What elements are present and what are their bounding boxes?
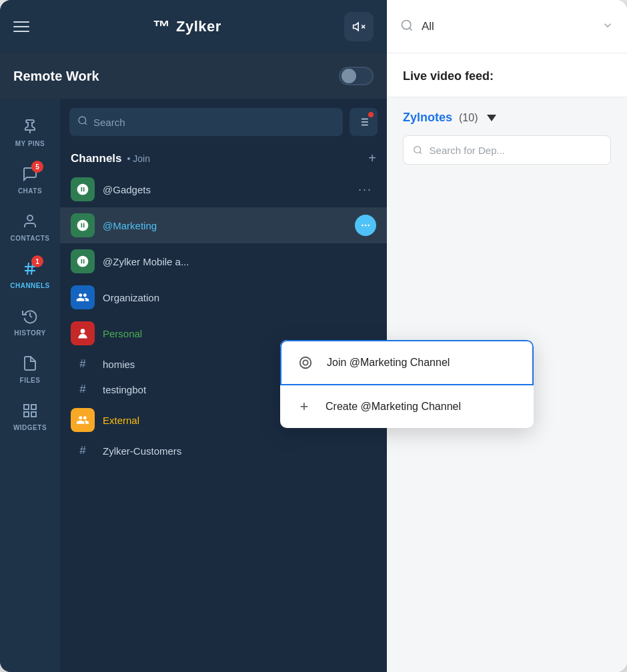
zylker-customers-name: Zylker-Customers (103, 445, 376, 457)
channels-section-header: Channels • Join + (60, 143, 387, 171)
dept-search-icon (413, 145, 423, 155)
svg-point-23 (365, 225, 367, 227)
contacts-icon (19, 211, 41, 232)
sidebar-label-widgets: WIDGETS (13, 424, 47, 431)
channel-item-zylker-customers[interactable]: # Zylker-Customers (60, 438, 387, 463)
pin-icon (19, 116, 41, 137)
sidebar-item-channels[interactable]: 1 CHANNELS (3, 251, 57, 296)
sidebar-label-contacts: CONTACTS (11, 235, 50, 242)
live-video-section: Live video feed: (387, 53, 627, 97)
filter-button[interactable] (350, 108, 378, 136)
right-panel: All Live video feed: Zylnotes (10) (387, 0, 627, 672)
left-panel: ™ Zylker Remote Work (0, 0, 387, 672)
top-nav: ™ Zylker (0, 0, 387, 53)
sidebar-item-contacts[interactable]: CONTACTS (3, 204, 57, 249)
svg-line-15 (85, 123, 87, 125)
svg-point-30 (303, 360, 307, 365)
logo-area: ™ Zylker (152, 17, 221, 37)
external-avatar (71, 408, 95, 432)
channels-title: Channels (71, 152, 122, 165)
gadgets-more[interactable]: ··· (354, 181, 376, 198)
channel-item-organization[interactable]: Organization (60, 279, 387, 315)
svg-point-22 (362, 225, 364, 227)
svg-point-25 (81, 329, 85, 333)
svg-rect-12 (24, 412, 29, 417)
sidebar-label-files: FILES (20, 377, 41, 384)
search-icon (77, 115, 88, 129)
svg-line-29 (420, 152, 422, 154)
filter-dot (368, 112, 374, 117)
search-input[interactable] (93, 117, 335, 128)
right-top-bar: All (387, 0, 627, 53)
sidebar-item-chats[interactable]: 5 CHATS (3, 157, 57, 201)
sidebar-label-chats: CHATS (18, 187, 42, 195)
gadgets-name: @Gadgets (103, 184, 346, 195)
svg-marker-0 (354, 23, 359, 31)
search-icon-right (400, 19, 414, 35)
personal-name: Personal (103, 328, 376, 339)
create-marketing-item[interactable]: + Create @Marketing Channel (280, 385, 534, 428)
svg-rect-11 (31, 405, 36, 409)
toggle-knob (342, 69, 356, 83)
sidebar-item-my-pins[interactable]: MY PINS (3, 109, 57, 154)
dept-search-input[interactable] (430, 145, 601, 156)
dropdown-menu: Join @Marketing Channel + Create @Market… (280, 340, 534, 428)
hamburger-menu[interactable] (13, 21, 29, 32)
zylnotes-chevron-icon[interactable] (487, 115, 496, 121)
channel-item-marketing[interactable]: @Marketing (60, 207, 387, 243)
join-icon (296, 353, 315, 372)
all-filter-label[interactable]: All (422, 20, 594, 33)
marketing-name: @Marketing (103, 220, 347, 231)
mute-button[interactable] (344, 12, 374, 41)
zylker-mobile-avatar (71, 249, 95, 273)
sidebar-item-files[interactable]: FILES (3, 346, 57, 391)
workspace-toggle[interactable] (339, 67, 374, 85)
search-bar-area (60, 99, 387, 143)
channel-item-gadgets[interactable]: @Gadgets ··· (60, 171, 387, 207)
svg-rect-13 (31, 412, 36, 417)
sidebar-label-my-pins: MY PINS (15, 140, 45, 147)
marketing-avatar (71, 213, 95, 237)
join-marketing-label: Join @Marketing Channel (327, 357, 450, 369)
logo-icon: ™ (152, 17, 169, 37)
svg-point-28 (414, 147, 421, 153)
organization-name: Organization (103, 292, 376, 303)
join-link[interactable]: • Join (127, 153, 150, 164)
sidebar-label-history: HISTORY (14, 329, 45, 337)
svg-line-27 (410, 27, 412, 30)
widgets-icon (19, 400, 41, 421)
sidebar-item-widgets[interactable]: WIDGETS (3, 393, 57, 438)
zylnotes-section[interactable]: Zylnotes (10) (387, 97, 627, 135)
organization-avatar (71, 285, 95, 309)
zylnotes-count: (10) (459, 112, 478, 124)
svg-rect-10 (24, 405, 29, 409)
svg-point-31 (300, 357, 311, 369)
sidebar-item-history[interactable]: HISTORY (3, 299, 57, 343)
dept-search (403, 135, 611, 165)
join-marketing-item[interactable]: Join @Marketing Channel (280, 340, 534, 385)
chat-icon: 5 (19, 163, 41, 185)
zylker-customers-hash: # (71, 444, 95, 457)
search-input-wrap (69, 108, 343, 136)
hash-icon: 1 (19, 258, 41, 279)
channels-badge: 1 (31, 255, 43, 267)
testingbot-hash: # (71, 383, 95, 396)
zylnotes-label: Zylnotes (403, 111, 452, 125)
history-icon (19, 305, 41, 327)
zylker-mobile-name: @Zylker Mobile a... (103, 256, 376, 267)
marketing-more-active[interactable] (355, 215, 376, 236)
personal-avatar (71, 321, 95, 345)
homies-hash: # (71, 357, 95, 371)
plus-icon: + (295, 397, 314, 416)
gadgets-avatar (71, 177, 95, 201)
svg-line-7 (27, 263, 29, 275)
workspace-bar: Remote Work (0, 53, 387, 99)
add-channel-button[interactable]: + (368, 151, 376, 166)
chevron-down-icon[interactable] (602, 19, 614, 34)
svg-point-14 (79, 117, 86, 124)
workspace-name: Remote Work (13, 69, 99, 84)
files-icon (19, 353, 41, 374)
svg-point-4 (27, 215, 33, 221)
channel-item-zylker-mobile[interactable]: @Zylker Mobile a... (60, 243, 387, 279)
sidebar-icons: MY PINS 5 CHATS CONTACTS (0, 99, 60, 672)
